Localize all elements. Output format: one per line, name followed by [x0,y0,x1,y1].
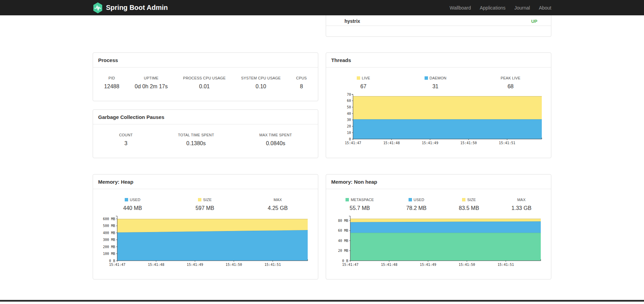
nav-link-about[interactable]: About [534,5,551,11]
stat-heap-used: USED 440 MB [123,198,142,211]
stat-heap-max: MAX 4.25 GB [268,198,288,211]
main-content: hystrix UP Process PID 12488 UPTIME 0d 0… [93,15,551,279]
stat-total-time-spent: TOTAL TIME SPENT 0.1380s [178,133,214,147]
svg-text:70: 70 [347,93,351,96]
legend-swatch-used [409,198,412,201]
stat-uptime: UPTIME 0d 0h 2m 17s [135,76,168,90]
svg-text:15:41:49: 15:41:49 [420,263,436,267]
svg-text:0: 0 [349,137,351,141]
legend-swatch-used [125,198,128,201]
svg-text:15:41:48: 15:41:48 [148,263,164,267]
svg-text:60: 60 [347,99,351,103]
svg-text:600 MB: 600 MB [103,217,115,221]
svg-text:200 MB: 200 MB [103,245,115,249]
memory-heap-panel: Memory: Heap USED 440 MB SIZE 597 MB MAX… [93,174,318,279]
svg-text:500 MB: 500 MB [103,224,115,228]
brand-title: Spring Boot Admin [106,4,168,12]
svg-text:80 MB: 80 MB [338,219,348,223]
legend-swatch-size [462,198,465,201]
left-column-row1: Process PID 12488 UPTIME 0d 0h 2m 17s PR… [93,52,318,158]
svg-text:15:41:47: 15:41:47 [109,263,125,267]
svg-text:15:41:48: 15:41:48 [383,141,400,145]
health-status-badge: UP [531,19,537,24]
svg-text:15:41:49: 15:41:49 [187,263,203,267]
stat-peak-live: PEAK LIVE 68 [501,76,520,90]
legend-swatch-metaspace [346,198,349,201]
svg-text:30: 30 [347,118,351,122]
memory-nonheap-legend: METASPACE 55.7 MB USED 78.2 MB SIZE 83.5… [326,189,551,211]
svg-text:15:41:47: 15:41:47 [345,141,361,145]
stat-daemon: DAEMON 31 [425,76,446,90]
panel-grid: hystrix UP Process PID 12488 UPTIME 0d 0… [93,52,551,279]
svg-text:400 MB: 400 MB [103,231,115,235]
legend-swatch-daemon [425,76,428,80]
stat-nonheap-size: SIZE 83.5 MB [459,198,479,211]
svg-text:100 MB: 100 MB [103,252,115,256]
navbar: Spring Boot Admin Wallboard Applications… [0,0,644,15]
svg-text:20: 20 [347,124,351,128]
svg-text:15:41:47: 15:41:47 [342,263,358,267]
stat-count: COUNT 3 [119,133,133,147]
memory-nonheap-panel-title: Memory: Non heap [326,174,551,189]
stat-nonheap-max: MAX 1.33 GB [511,198,532,211]
nav-links: Wallboard Applications Journal About [445,5,551,11]
stat-live: LIVE 67 [357,76,370,90]
svg-text:40: 40 [347,112,351,116]
health-item-hystrix: hystrix UP [326,17,551,26]
svg-text:10: 10 [347,131,351,135]
gc-panel-title: Garbage Collection Pauses [93,110,318,124]
svg-text:15:41:49: 15:41:49 [422,141,438,145]
nav-link-applications[interactable]: Applications [475,5,510,11]
stat-max-time-spent: MAX TIME SPENT 0.0840s [259,133,292,147]
stat-heap-size: SIZE 597 MB [196,198,214,211]
window-bottom-edge [0,300,644,302]
navbar-inner: Spring Boot Admin Wallboard Applications… [93,0,551,15]
stat-pid: PID 12488 [104,76,120,90]
svg-text:50: 50 [347,105,351,109]
stat-nonheap-used: USED 78.2 MB [406,198,427,211]
memory-heap-chart: 0 B100 MB200 MB300 MB400 MB500 MB600 MB1… [93,214,318,270]
svg-text:0 B: 0 B [342,259,348,263]
memory-nonheap-chart: 0 B20 MB40 MB60 MB80 MB15:41:4715:41:481… [326,214,551,270]
stat-process-cpu-usage: PROCESS CPU USAGE 0.01 [183,76,226,90]
svg-text:15:41:51: 15:41:51 [264,263,281,267]
threads-panel-title: Threads [326,53,551,67]
stat-metaspace: METASPACE 55.7 MB [346,198,374,211]
process-panel: Process PID 12488 UPTIME 0d 0h 2m 17s PR… [93,52,318,101]
svg-text:20 MB: 20 MB [338,249,348,253]
legend-swatch-size [198,198,201,201]
process-stats: PID 12488 UPTIME 0d 0h 2m 17s PROCESS CP… [93,67,318,90]
svg-text:60 MB: 60 MB [338,229,348,232]
memory-heap-legend: USED 440 MB SIZE 597 MB MAX 4.25 GB [93,189,318,211]
svg-text:15:41:50: 15:41:50 [459,263,475,267]
svg-text:300 MB: 300 MB [103,238,115,242]
nav-link-wallboard[interactable]: Wallboard [445,5,475,11]
svg-text:40 MB: 40 MB [338,239,348,243]
spring-boot-admin-logo-icon [93,2,103,14]
gc-stats: COUNT 3 TOTAL TIME SPENT 0.1380s MAX TIM… [93,124,318,147]
svg-text:15:41:51: 15:41:51 [499,141,515,145]
memory-nonheap-panel: Memory: Non heap METASPACE 55.7 MB USED … [326,174,551,279]
process-panel-title: Process [93,53,318,67]
stat-system-cpu-usage: SYSTEM CPU USAGE 0.10 [241,76,281,90]
threads-legend: LIVE 67 DAEMON 31 PEAK LIVE 68 [326,67,551,90]
navbar-brand[interactable]: Spring Boot Admin [93,2,168,14]
svg-text:15:41:50: 15:41:50 [460,141,477,145]
health-item-name: hystrix [344,18,360,24]
threads-panel: Threads LIVE 67 DAEMON 31 PEAK LIVE 68 0… [326,52,551,158]
stat-cpus: CPUS 8 [296,76,307,90]
nav-link-journal[interactable]: Journal [510,5,534,11]
svg-text:15:41:50: 15:41:50 [226,263,242,267]
gc-panel: Garbage Collection Pauses COUNT 3 TOTAL … [93,109,318,158]
svg-text:0 B: 0 B [109,259,115,263]
legend-swatch-live [357,76,360,80]
svg-text:15:41:48: 15:41:48 [381,263,397,267]
svg-text:15:41:51: 15:41:51 [497,263,514,267]
threads-chart: 01020304050607015:41:4715:41:4815:41:491… [326,92,551,148]
memory-heap-panel-title: Memory: Heap [93,174,318,189]
